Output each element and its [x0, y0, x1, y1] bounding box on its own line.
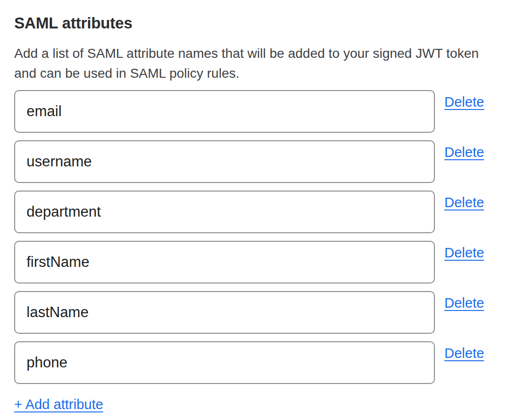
delete-attribute-link[interactable]: Delete — [444, 144, 484, 160]
attribute-row: Delete — [14, 140, 491, 183]
delete-attribute-link[interactable]: Delete — [444, 295, 484, 311]
attribute-name-input[interactable] — [14, 140, 435, 183]
attribute-name-input[interactable] — [14, 191, 435, 233]
attribute-row: Delete — [14, 241, 491, 283]
attribute-name-input[interactable] — [14, 341, 435, 384]
delete-attribute-link[interactable]: Delete — [444, 245, 484, 261]
attribute-name-input[interactable] — [14, 90, 435, 133]
delete-attribute-link[interactable]: Delete — [444, 345, 484, 361]
add-attribute-link[interactable]: + Add attribute — [14, 396, 103, 412]
delete-attribute-link[interactable]: Delete — [444, 194, 484, 210]
section-description: Add a list of SAML attribute names that … — [14, 44, 488, 83]
attribute-name-input[interactable] — [14, 291, 435, 334]
attribute-row: Delete — [14, 90, 491, 133]
section-title: SAML attributes — [14, 14, 491, 32]
delete-attribute-link[interactable]: Delete — [444, 94, 484, 110]
saml-attributes-section: SAML attributes Add a list of SAML attri… — [0, 0, 505, 420]
attribute-list: Delete Delete Delete Delete Delete — [14, 90, 491, 384]
attribute-row: Delete — [14, 191, 491, 233]
attribute-row: Delete — [14, 341, 491, 384]
attribute-name-input[interactable] — [14, 241, 435, 283]
attribute-row: Delete — [14, 291, 491, 334]
